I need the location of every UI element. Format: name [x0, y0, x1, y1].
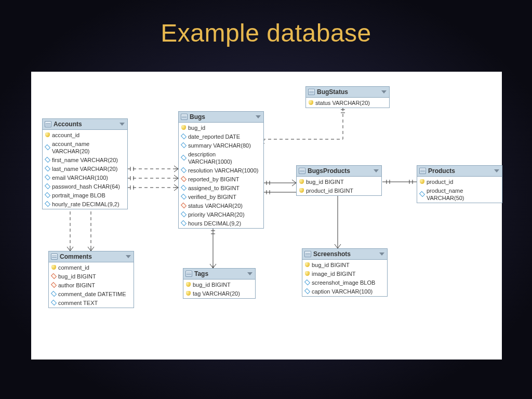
table-row: product_id: [417, 177, 502, 186]
field-label: assigned_to BIGINT: [188, 184, 240, 192]
field-label: reported_by BIGINT: [188, 176, 239, 183]
table-icon: [45, 121, 51, 127]
table-row: last_name VARCHAR(20): [43, 164, 127, 173]
field-label: author BIGINT: [58, 282, 95, 289]
column-icon: [181, 185, 187, 191]
table-header: BugStatus: [306, 87, 389, 98]
field-label: status VARCHAR(20): [188, 202, 243, 209]
key-icon: [309, 100, 313, 105]
field-label: bug_id: [188, 124, 205, 131]
column-icon: [181, 194, 187, 200]
field-label: bug_id BIGINT: [58, 273, 96, 280]
table-name: Accounts: [54, 121, 82, 128]
key-icon: [420, 179, 424, 184]
table-bugstatus: BugStatus status VARCHAR(20): [305, 86, 390, 108]
column-icon: [45, 175, 50, 180]
table-accounts: Accounts account_id account_name VARCHAR…: [42, 118, 128, 209]
column-icon: [51, 300, 57, 305]
table-row: bug_id BIGINT: [49, 272, 134, 281]
table-row: assigned_to BIGINT: [179, 183, 263, 192]
column-icon: [181, 142, 187, 148]
collapse-arrow-icon: [126, 255, 131, 258]
table-icon: [419, 168, 426, 174]
key-icon: [299, 188, 304, 193]
table-row: comment_date DATETIME: [49, 289, 134, 298]
table-name: BugsProducts: [308, 167, 350, 175]
table-row: priority VARCHAR(20): [179, 210, 263, 219]
table-rows: product_id product_name VARCHAR(50): [417, 177, 502, 203]
key-icon: [186, 291, 191, 296]
table-header: Products: [417, 166, 502, 177]
field-label: resolution VARCHAR(1000): [188, 167, 259, 174]
table-tags: Tags bug_id BIGINT tag VARCHAR(20): [183, 268, 256, 299]
collapse-arrow-icon: [256, 115, 261, 118]
table-header: BugsProducts: [297, 166, 381, 177]
column-icon: [51, 291, 57, 297]
table-screenshots: Screenshots bug_id BIGINT image_id BIGIN…: [302, 248, 388, 297]
column-icon: [304, 288, 310, 294]
table-rows: account_id account_name VARCHAR(20) firs…: [43, 130, 127, 209]
collapse-arrow-icon: [247, 272, 252, 275]
field-label: image_id BIGINT: [312, 270, 355, 277]
column-icon: [419, 191, 425, 197]
field-label: summary VARCHAR(80): [188, 142, 251, 149]
table-row: bug_id: [179, 123, 263, 132]
table-icon: [299, 168, 305, 174]
table-row: hours DECIMAL(9,2): [179, 219, 263, 228]
column-icon: [45, 201, 50, 207]
column-icon: [45, 166, 50, 171]
key-icon: [305, 271, 310, 276]
field-label: hourly_rate DECIMAL(9,2): [52, 201, 119, 208]
table-rows: status VARCHAR(20): [306, 98, 389, 108]
table-row: hourly_rate DECIMAL(9,2): [43, 200, 127, 208]
field-label: tag VARCHAR(20): [193, 290, 240, 297]
table-name: Comments: [60, 253, 92, 260]
table-icon: [304, 251, 311, 257]
key-icon: [51, 265, 56, 270]
table-row: bug_id BIGINT: [183, 280, 255, 289]
field-label: hours DECIMAL(9,2): [188, 220, 241, 227]
table-products: Products product_id product_name VARCHAR…: [417, 165, 502, 203]
table-icon: [308, 89, 315, 95]
table-row: description VARCHAR(1000): [179, 150, 263, 166]
table-row: portrait_image BLOB: [43, 191, 127, 200]
field-label: first_name VARCHAR(20): [52, 156, 118, 164]
table-header: Tags: [183, 269, 255, 280]
field-label: priority VARCHAR(20): [188, 211, 245, 218]
fk-icon: [51, 282, 57, 288]
table-header: Bugs: [179, 112, 263, 123]
table-row: tag VARCHAR(20): [183, 289, 255, 298]
table-row: author BIGINT: [49, 281, 134, 289]
field-label: status VARCHAR(20): [315, 99, 370, 107]
key-icon: [186, 282, 191, 287]
field-label: product_name VARCHAR(50): [427, 187, 499, 202]
field-label: bug_id BIGINT: [306, 178, 344, 185]
table-name: Tags: [194, 270, 208, 277]
table-row: account_name VARCHAR(20): [43, 139, 127, 155]
table-row: first_name VARCHAR(20): [43, 155, 127, 164]
table-row: comment TEXT: [49, 298, 134, 307]
field-label: product_id: [427, 178, 453, 185]
field-label: bug_id BIGINT: [312, 261, 350, 269]
table-row: image_id BIGINT: [302, 269, 387, 278]
column-icon: [304, 280, 310, 285]
table-row: email VARCHAR(100): [43, 173, 127, 182]
field-label: account_id: [52, 131, 79, 139]
table-header: Comments: [49, 251, 134, 262]
relationship-lines: [31, 72, 502, 360]
table-rows: bug_id BIGINT image_id BIGINT screenshot…: [302, 260, 387, 296]
column-icon: [181, 220, 187, 226]
table-icon: [51, 254, 58, 260]
table-row: bug_id BIGINT: [297, 177, 381, 186]
table-row: caption VARCHAR(100): [302, 287, 387, 296]
table-rows: bug_id date_reported DATE summary VARCHA…: [179, 123, 263, 228]
table-rows: bug_id BIGINT product_id BIGINT: [297, 177, 381, 195]
collapse-arrow-icon: [494, 169, 499, 172]
field-label: verified_by BIGINT: [188, 193, 236, 201]
collapse-arrow-icon: [381, 90, 387, 94]
table-row: bug_id BIGINT: [302, 260, 387, 269]
table-name: Bugs: [190, 113, 205, 121]
table-header: Screenshots: [302, 249, 387, 260]
key-icon: [299, 179, 304, 184]
field-label: last_name VARCHAR(20): [52, 165, 117, 172]
